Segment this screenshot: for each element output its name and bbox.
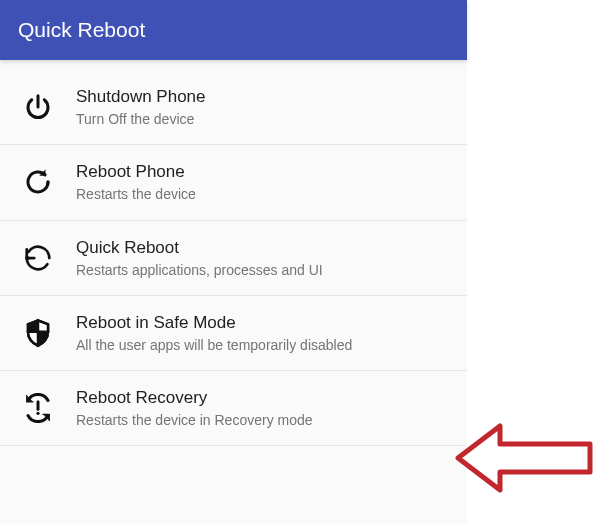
item-text: Quick Reboot Restarts applications, proc… — [62, 237, 323, 279]
item-subtitle: Turn Off the device — [76, 110, 206, 128]
app-window: Quick Reboot Shutdown Phone Turn Off the… — [0, 0, 467, 524]
app-title: Quick Reboot — [18, 18, 145, 42]
item-title: Shutdown Phone — [76, 86, 206, 108]
item-subtitle: Restarts applications, processes and UI — [76, 261, 323, 279]
item-subtitle: Restarts the device — [76, 185, 196, 203]
item-subtitle: All the user apps will be temporarily di… — [76, 336, 352, 354]
option-list: Shutdown Phone Turn Off the device Reboo… — [0, 60, 467, 446]
restart-icon — [14, 167, 62, 197]
quick-reboot-icon — [14, 243, 62, 273]
item-text: Shutdown Phone Turn Off the device — [62, 86, 206, 128]
item-text: Reboot Recovery Restarts the device in R… — [62, 387, 313, 429]
item-title: Reboot Phone — [76, 161, 196, 183]
item-reboot-safe-mode[interactable]: Reboot in Safe Mode All the user apps wi… — [0, 296, 467, 371]
svg-point-0 — [25, 256, 29, 260]
app-header: Quick Reboot — [0, 0, 467, 60]
svg-point-2 — [36, 412, 39, 415]
item-reboot-recovery[interactable]: Reboot Recovery Restarts the device in R… — [0, 371, 467, 446]
item-quick-reboot[interactable]: Quick Reboot Restarts applications, proc… — [0, 221, 467, 296]
item-title: Quick Reboot — [76, 237, 323, 259]
item-title: Reboot Recovery — [76, 387, 313, 409]
item-shutdown-phone[interactable]: Shutdown Phone Turn Off the device — [0, 74, 467, 145]
recovery-icon — [14, 393, 62, 423]
item-reboot-phone[interactable]: Reboot Phone Restarts the device — [0, 145, 467, 220]
item-text: Reboot Phone Restarts the device — [62, 161, 196, 203]
item-text: Reboot in Safe Mode All the user apps wi… — [62, 312, 352, 354]
item-title: Reboot in Safe Mode — [76, 312, 352, 334]
item-subtitle: Restarts the device in Recovery mode — [76, 411, 313, 429]
shield-icon — [14, 318, 62, 348]
annotation-arrow-icon — [452, 418, 601, 498]
power-icon — [14, 92, 62, 122]
